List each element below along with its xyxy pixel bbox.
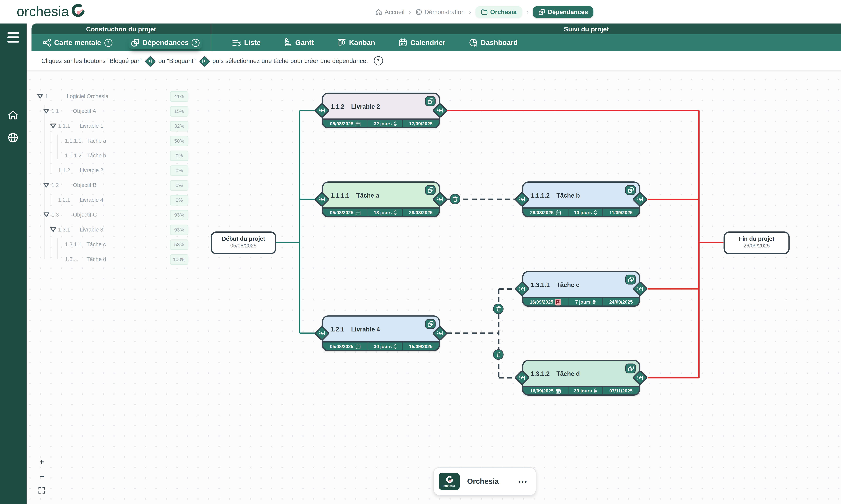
start-date-control[interactable]: 05/08/2025	[323, 343, 367, 350]
delete-dependency-button[interactable]	[493, 349, 503, 360]
blocked-by-handle[interactable]	[314, 325, 330, 341]
sidebar-workspace-button[interactable]	[7, 132, 18, 143]
duration-control[interactable]: 10 jours	[568, 209, 602, 216]
stepper-icon	[394, 121, 397, 126]
tab-liste[interactable]: Liste	[230, 37, 263, 49]
tree-row[interactable]: 1.1.1.2Tâche b 0%	[34, 148, 188, 163]
home-icon	[7, 110, 18, 120]
tab-help-icon[interactable]: ?	[192, 39, 200, 47]
edge-end-group	[447, 110, 724, 378]
project-card[interactable]: orchesia Orchesia •••	[433, 467, 536, 496]
tree-row[interactable]: 1.3.1.1Tâche c 53%	[34, 237, 188, 252]
end-date-label: 11/09/2025	[602, 209, 639, 216]
menu-toggle-button[interactable]	[7, 32, 19, 45]
blocked-by-handle[interactable]	[314, 103, 330, 119]
duration-control[interactable]: 39 jours	[568, 387, 602, 394]
list-icon	[232, 39, 241, 47]
blocked-by-handle[interactable]	[514, 281, 530, 297]
node-title: 1.1.1.2Tâche b	[531, 192, 580, 199]
progress-badge: 15%	[170, 106, 188, 116]
node-footer: 05/08/2025 30 jours 15/09/2025	[322, 341, 440, 351]
task-node-livrable-4[interactable]: 1.2.1Livrable 4 05/08/2025 30 jours 15/0…	[322, 315, 440, 351]
link-icon	[131, 38, 139, 47]
collapse-toggle-icon[interactable]	[43, 109, 51, 113]
globe-icon	[415, 8, 422, 15]
task-node-tache-a[interactable]: 1.1.1.1Tâche a 05/08/2025 18 jours 28/08…	[322, 181, 440, 217]
start-date-control[interactable]: 16/09/2025	[523, 387, 568, 394]
tree-row[interactable]: 1.3Objectif C 93%	[34, 207, 188, 222]
progress-badge: 0%	[170, 150, 188, 161]
calendar-icon	[355, 210, 361, 215]
tree-row[interactable]: 1.1.1Livrable 1 32%	[34, 119, 188, 133]
breadcrumb-home[interactable]: Accueil	[375, 8, 405, 15]
duration-control[interactable]: 7 jours	[568, 298, 602, 305]
blocking-handle[interactable]	[432, 191, 448, 208]
progress-badge: 41%	[170, 91, 188, 102]
task-node-tache-c[interactable]: 1.3.1.1Tâche c 16/09/2025 7 jours 24/09/…	[522, 271, 640, 307]
tree-row[interactable]: 1.1.2Livrable 2 0%	[34, 163, 188, 178]
tree-row[interactable]: 1.2Objectif B 0%	[34, 178, 188, 193]
collapse-toggle-icon[interactable]	[50, 227, 58, 232]
blocking-handle[interactable]	[432, 325, 448, 341]
stepper-icon	[394, 343, 397, 349]
blocked-by-handle[interactable]	[314, 191, 330, 208]
duration-control[interactable]: 32 jours	[367, 120, 402, 127]
delete-dependency-button[interactable]	[450, 194, 460, 204]
breadcrumb-current-page[interactable]: Dépendances	[533, 6, 594, 18]
tab-carte-mentale[interactable]: Carte mentale ?	[40, 36, 115, 49]
blocking-handle[interactable]	[432, 103, 448, 119]
collapse-toggle-icon[interactable]	[43, 183, 51, 187]
tree-row[interactable]: 1.2.1Livrable 4 0%	[34, 193, 188, 207]
duration-control[interactable]: 18 jours	[367, 209, 402, 216]
blocked-by-handle[interactable]	[514, 191, 530, 208]
home-icon	[375, 8, 382, 15]
logo-swirl-icon	[71, 4, 85, 18]
collapse-toggle-icon[interactable]	[43, 212, 51, 217]
tree-row[interactable]: 1.1.1.1Tâche a 50%	[34, 133, 188, 148]
start-date-control[interactable]: 29/08/2025	[523, 209, 568, 216]
zoom-in-button[interactable]: +	[37, 457, 46, 466]
tab-help-icon[interactable]: ?	[104, 39, 112, 47]
calendar-icon	[399, 38, 407, 47]
collapse-toggle-icon[interactable]	[37, 94, 45, 98]
folder-icon	[481, 8, 487, 15]
app-logo[interactable]: orchesia	[17, 4, 84, 20]
project-end-milestone: Fin du projet 26/09/2025	[724, 232, 790, 254]
task-node-livrable-2[interactable]: 1.1.2Livrable 2 05/08/2025 32 jours 17/0…	[322, 93, 440, 128]
tab-dependances[interactable]: Dépendances ?	[128, 36, 202, 49]
breadcrumb-separator: ›	[469, 8, 471, 15]
tree-row[interactable]: 1.3.1Livrable 3 93%	[34, 222, 188, 237]
tab-kanban[interactable]: Kanban	[335, 36, 378, 49]
fullscreen-button[interactable]	[37, 486, 46, 494]
node-footer: 29/08/2025 10 jours 11/09/2025	[522, 207, 640, 217]
zoom-out-button[interactable]: −	[37, 472, 46, 480]
duration-control[interactable]: 30 jours	[367, 343, 402, 350]
blocking-handle[interactable]	[632, 191, 648, 208]
breadcrumb-project[interactable]: Orchesia	[475, 6, 522, 18]
blocking-handle[interactable]	[632, 370, 648, 386]
banner-help-icon[interactable]: ?	[374, 56, 383, 65]
project-card-menu-button[interactable]: •••	[518, 478, 528, 485]
task-node-tache-d[interactable]: 1.3.1.2Tâche d 16/09/2025 39 jours 07/11…	[522, 360, 640, 396]
delete-dependency-button[interactable]	[493, 304, 503, 314]
tab-calendrier[interactable]: Calendrier	[396, 36, 448, 49]
breadcrumb-workspace[interactable]: Démonstration	[415, 8, 465, 15]
dependency-canvas[interactable]: 1Logiciel Orchesia 41% 1.1Objectif A 15%…	[0, 70, 841, 504]
logo-text: orchesia	[17, 4, 69, 20]
start-date-control[interactable]: 05/08/2025	[323, 120, 367, 127]
tab-gantt[interactable]: Gantt	[282, 36, 316, 49]
tree-row[interactable]: 1.1Objectif A 15%	[34, 104, 188, 119]
node-footer: 16/09/2025 7 jours 24/09/2025	[522, 297, 640, 307]
task-node-tache-b[interactable]: 1.1.1.2Tâche b 29/08/2025 10 jours 11/09…	[522, 181, 640, 217]
tree-row[interactable]: 1Logiciel Orchesia 41%	[34, 89, 188, 104]
sidebar-home-button[interactable]	[7, 110, 18, 120]
start-date-control[interactable]: 16/09/2025	[523, 298, 568, 305]
blocked-by-handle[interactable]	[514, 370, 530, 386]
node-footer: 05/08/2025 32 jours 17/09/2025	[322, 119, 440, 128]
collapse-toggle-icon[interactable]	[50, 124, 58, 128]
tab-dashboard[interactable]: Dashboard	[466, 36, 520, 49]
tree-row[interactable]: 1.3....Tâche d 100%	[34, 252, 188, 267]
start-date-control[interactable]: 05/08/2025	[323, 209, 367, 216]
blocking-handle[interactable]	[632, 281, 648, 297]
calendar-icon	[555, 210, 561, 215]
